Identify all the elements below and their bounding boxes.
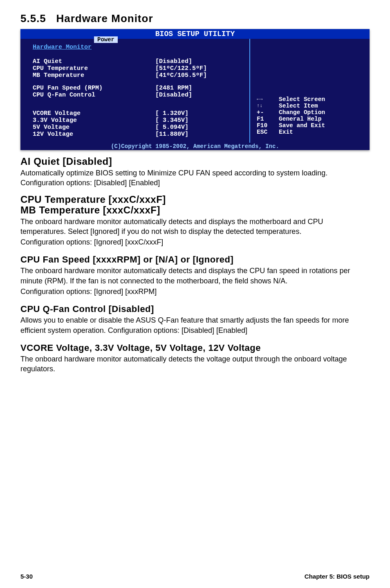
bios-label: 12V Voltage: [33, 131, 155, 138]
bios-help-row: F10Save and Exit: [257, 122, 363, 129]
paragraph: The onboard hardware monitor automatical…: [20, 266, 370, 286]
subsection-heading-qfan: CPU Q-Fan Control [Disabled]: [20, 304, 370, 314]
bios-label: CPU Fan Speed (RPM): [33, 85, 155, 92]
bios-help-row: F1General Help: [257, 116, 363, 122]
bios-label: CPU Temperature: [33, 65, 155, 72]
bios-row: MB Temperature[41ºC/105.5ºF]: [33, 72, 243, 79]
bios-label: CPU Q-Fan Control: [33, 92, 155, 99]
paragraph: The onboard hardware monitor automatical…: [20, 354, 370, 374]
bios-help-key: ESC: [257, 129, 279, 135]
bios-footer-copyright: (C)Copyright 1985-2002, American Megatre…: [20, 143, 370, 150]
subsection-heading-cpu-temp: CPU Temperature [xxxC/xxxF]: [20, 194, 370, 205]
bios-help-row: ESCExit: [257, 129, 363, 135]
section-heading: 5.5.5 Hardware Monitor: [20, 12, 370, 25]
paragraph: Automatically optimize BIOS setting to M…: [20, 168, 370, 188]
bios-value: [ 1.320V]: [155, 110, 188, 117]
bios-help-row: +-Change Option: [257, 109, 363, 116]
bios-row: 3.3V Voltage[ 3.345V]: [33, 117, 243, 124]
subsection-heading-ai-quiet: AI Quiet [Disabled]: [20, 156, 370, 167]
bios-screenshot: BIOS SETUP UTILITY Power Hardware Monito…: [20, 29, 370, 150]
chapter-label: Chapter 5: BIOS setup: [305, 573, 370, 580]
bios-help-key: F1: [257, 116, 279, 122]
bios-help-text: Exit: [279, 129, 293, 135]
section-title: Hardware Monitor: [56, 12, 153, 25]
paragraph: Configuration options: [Ignored] [xxxC/x…: [20, 237, 370, 247]
subsection-heading-mb-temp: MB Temperature [xxxC/xxxF]: [20, 204, 370, 216]
bios-value: [ 3.345V]: [155, 117, 188, 124]
bios-row: 12V Voltage[11.880V]: [33, 131, 243, 138]
section-number: 5.5.5: [20, 12, 46, 25]
bios-help-panel: ←→Select Screen ↑↓Select Item +-Change O…: [249, 39, 370, 143]
bios-value: [11.880V]: [155, 131, 188, 138]
bios-titlebar: BIOS SETUP UTILITY Power: [20, 29, 370, 39]
bios-row: 5V Voltage[ 5.094V]: [33, 124, 243, 131]
bios-help-text: General Help: [279, 116, 321, 122]
bios-row: AI Quiet[Disabled]: [33, 58, 243, 65]
arrow-icon: ↑↓: [257, 103, 279, 109]
bios-row: CPU Temperature[51ºC/122.5ºF]: [33, 65, 243, 72]
bios-row: VCORE Voltage[ 1.320V]: [33, 110, 243, 117]
paragraph: Configuration options: [Ignored] [xxxRPM…: [20, 287, 370, 296]
bios-value: [Disabled]: [155, 58, 192, 65]
bios-help-row: ←→Select Screen: [257, 96, 363, 103]
bios-help-key: F10: [257, 122, 279, 129]
subsection-heading-fan-speed: CPU Fan Speed [xxxxRPM] or [N/A] or [Ign…: [20, 254, 370, 265]
page-number: 5-30: [20, 573, 33, 580]
bios-value: [51ºC/122.5ºF]: [155, 65, 207, 72]
bios-help-text: Select Screen: [279, 96, 325, 103]
paragraph: Allows you to enable or disable the ASUS…: [20, 315, 370, 335]
bios-value: [41ºC/105.5ºF]: [155, 72, 207, 79]
bios-label: 5V Voltage: [33, 124, 155, 131]
bios-help-text: Change Option: [279, 109, 325, 116]
bios-label: AI Quiet: [33, 58, 155, 65]
bios-title-text: BIOS SETUP UTILITY: [155, 30, 235, 38]
bios-label: MB Temperature: [33, 72, 155, 79]
bios-label: VCORE Voltage: [33, 110, 155, 117]
bios-value: [ 5.094V]: [155, 124, 188, 131]
bios-help-row: ↑↓Select Item: [257, 103, 363, 109]
page-footer: 5-30 Chapter 5: BIOS setup: [20, 570, 370, 580]
bios-value: [2481 RPM]: [155, 85, 192, 92]
bios-group-title: Hardware Monitor: [33, 44, 243, 51]
bios-help-key: +-: [257, 109, 279, 116]
bios-label: 3.3V Voltage: [33, 117, 155, 124]
bios-help-text: Save and Exit: [279, 122, 325, 129]
arrow-icon: ←→: [257, 96, 279, 103]
bios-value: [Disabled]: [155, 92, 192, 99]
bios-row: CPU Fan Speed (RPM)[2481 RPM]: [33, 85, 243, 92]
bios-main-panel: Hardware Monitor AI Quiet[Disabled] CPU …: [20, 39, 249, 143]
bios-help-text: Select Item: [279, 103, 318, 109]
paragraph: The onboard hardware monitor automatical…: [20, 217, 370, 237]
bios-row: CPU Q-Fan Control[Disabled]: [33, 92, 243, 99]
subsection-heading-voltage: VCORE Voltage, 3.3V Voltage, 5V Voltage,…: [20, 343, 370, 353]
